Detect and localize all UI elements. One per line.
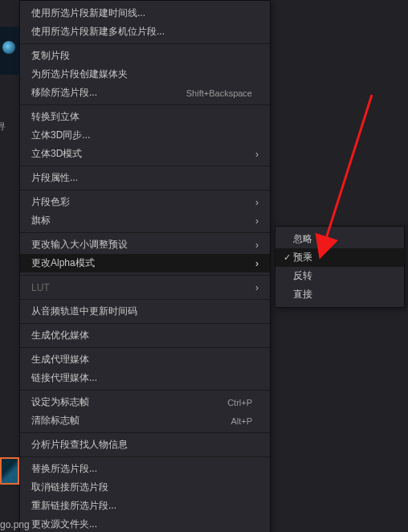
menu-item[interactable]: 生成代理媒体 <box>20 350 270 369</box>
chevron-right-icon: › <box>255 282 259 293</box>
filename-label: go.png <box>0 519 30 530</box>
chevron-right-icon: › <box>255 239 259 251</box>
menu-item[interactable]: 移除所选片段...Shift+Backspace <box>20 84 270 102</box>
menu-item-label: 使用所选片段新建时间线... <box>31 6 259 20</box>
menu-item-label: 更改Alpha模式 <box>31 256 255 270</box>
submenu-item-label: 反转 <box>293 269 393 283</box>
menu-item-label: 立体3D模式 <box>31 147 255 161</box>
menu-item-label: 旗标 <box>31 214 255 227</box>
menu-item-shortcut: Alt+P <box>231 416 252 426</box>
menu-item-label: 移除所选片段... <box>31 86 186 100</box>
menu-item[interactable]: 更改Alpha模式› <box>20 254 270 272</box>
menu-item[interactable]: 更改源文件夹... <box>20 515 270 532</box>
menu-item-label: 为所选片段创建媒体夹 <box>31 68 259 81</box>
menu-separator <box>20 390 270 391</box>
menu-item-label: 分析片段查找人物信息 <box>31 438 259 452</box>
submenu-item-label: 直接 <box>293 288 393 301</box>
menu-separator <box>20 232 270 233</box>
menu-separator <box>20 166 270 166</box>
menu-item[interactable]: 为所选片段创建媒体夹 <box>20 65 270 84</box>
menu-item[interactable]: 分析片段查找人物信息 <box>20 436 270 454</box>
menu-separator <box>20 43 270 44</box>
menu-item[interactable]: 使用所选片段新建多机位片段... <box>20 23 270 41</box>
thumbnail-preview <box>0 27 19 75</box>
menu-item-label: 清除标志帧 <box>31 414 231 428</box>
menu-item-label: 生成优化媒体 <box>31 329 259 342</box>
menu-item[interactable]: 片段属性... <box>20 169 270 187</box>
menu-item-label: 使用所选片段新建多机位片段... <box>31 25 259 39</box>
submenu-item[interactable]: 忽略 <box>275 230 404 248</box>
menu-item-label: 转换到立体 <box>31 110 259 124</box>
chevron-right-icon: › <box>255 215 259 227</box>
selected-clip-thumbnail[interactable] <box>0 457 19 485</box>
menu-item-label: 从音频轨道中更新时间码 <box>31 305 259 318</box>
menu-separator <box>20 456 270 457</box>
menu-item[interactable]: 从音频轨道中更新时间码 <box>20 302 270 321</box>
menu-item[interactable]: 立体3D模式› <box>20 145 270 163</box>
submenu-item[interactable]: 反转 <box>275 267 404 285</box>
menu-item-label: 片段色彩 <box>31 195 255 209</box>
menu-item[interactable]: 链接代理媒体... <box>20 369 270 387</box>
menu-item[interactable]: 片段色彩› <box>20 193 270 211</box>
menu-item: LUT› <box>20 278 270 297</box>
side-label: 寻 <box>0 121 6 133</box>
menu-item[interactable]: 取消链接所选片段 <box>20 478 270 497</box>
submenu-item[interactable]: ✓预乘 <box>275 248 404 267</box>
submenu-item-label: 预乘 <box>293 251 393 264</box>
menu-separator <box>20 323 270 324</box>
chevron-right-icon: › <box>255 149 259 160</box>
chevron-right-icon: › <box>255 197 259 208</box>
menu-separator <box>20 275 270 276</box>
menu-item-label: 生成代理媒体 <box>31 353 259 366</box>
menu-item-label: 取消链接所选片段 <box>31 481 259 494</box>
menu-separator <box>20 347 270 348</box>
alpha-mode-submenu: 忽略✓预乘反转直接 <box>275 226 405 308</box>
chevron-right-icon: › <box>255 258 259 269</box>
menu-item[interactable]: 重新链接所选片段... <box>20 497 270 515</box>
menu-item[interactable]: 立体3D同步... <box>20 126 270 145</box>
menu-separator <box>20 104 270 105</box>
menu-separator <box>20 190 270 190</box>
menu-item[interactable]: 生成优化媒体 <box>20 326 270 345</box>
menu-item-label: 设定为标志帧 <box>31 395 227 409</box>
submenu-item-label: 忽略 <box>293 232 393 246</box>
menu-item-label: LUT <box>31 282 255 293</box>
menu-item-label: 立体3D同步... <box>31 129 259 142</box>
svg-line-0 <box>325 95 372 241</box>
menu-item[interactable]: 复制片段 <box>20 47 270 65</box>
menu-item-label: 复制片段 <box>31 49 259 63</box>
menu-item-shortcut: Shift+Backspace <box>186 88 252 98</box>
menu-item[interactable]: 旗标› <box>20 211 270 230</box>
menu-item-label: 更改输入大小调整预设 <box>31 238 255 252</box>
check-icon: ✓ <box>280 252 293 263</box>
menu-item-label: 链接代理媒体... <box>31 371 259 385</box>
menu-item-shortcut: Ctrl+P <box>227 398 252 407</box>
menu-separator <box>20 299 270 300</box>
menu-item[interactable]: 转换到立体 <box>20 108 270 126</box>
menu-item[interactable]: 清除标志帧Alt+P <box>20 411 270 430</box>
submenu-item[interactable]: 直接 <box>275 285 404 304</box>
menu-item[interactable]: 使用所选片段新建时间线... <box>20 4 270 23</box>
menu-separator <box>20 432 270 433</box>
menu-item[interactable]: 替换所选片段... <box>20 460 270 478</box>
menu-item-label: 重新链接所选片段... <box>31 499 259 513</box>
menu-item-label: 片段属性... <box>31 171 259 185</box>
menu-item[interactable]: 设定为标志帧Ctrl+P <box>20 393 270 411</box>
menu-item-label: 更改源文件夹... <box>31 518 259 531</box>
menu-item[interactable]: 更改输入大小调整预设› <box>20 235 270 254</box>
menu-item-label: 替换所选片段... <box>31 462 259 476</box>
context-menu: 使用所选片段新建时间线...使用所选片段新建多机位片段...复制片段为所选片段创… <box>19 0 271 532</box>
